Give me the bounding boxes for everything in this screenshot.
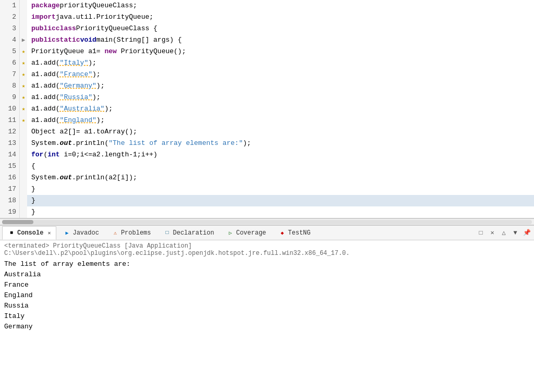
line-number-15: 15 [0,161,20,172]
tab-console[interactable]: ■Console✕ [2,226,56,240]
line-gutter-5: ★ [20,46,27,57]
code-line-3: 3public class PriorityQueueClass { [0,23,534,34]
line-number-13: 13 [0,138,20,149]
line-number-2: 2 [0,11,20,23]
code-content-14: for(int i=0;i<=a2.length-1;i++) [27,149,534,161]
code-line-11: 11★ a1.add("England"); [0,115,534,126]
line-number-16: 16 [0,172,20,183]
console-line: Italy [4,311,530,322]
code-content-12: Object a2[]= a1.toArray(); [27,126,534,138]
code-line-18: 18 } [0,195,534,206]
maximize-panel-button[interactable]: △ [499,228,509,238]
pin-button[interactable]: 📌 [521,228,532,238]
declaration-tab-icon: □ [163,229,171,237]
tab-javadoc[interactable]: ▶Javadoc [57,226,104,240]
line-number-4: 4 [0,34,20,46]
bookmark-icon: ★ [22,69,26,80]
code-content-16: System.out.println(a2[i]); [27,172,534,183]
code-line-16: 16 System.out.println(a2[i]); [0,172,534,183]
code-content-4: public static void main(String[] args) { [27,34,534,46]
code-line-9: 9★ a1.add("Russia"); [0,92,534,103]
console-tab-close[interactable]: ✕ [47,230,51,236]
testng-tab-label: TestNG [288,229,310,237]
code-line-13: 13 System.out.println("The list of array… [0,138,534,149]
console-line: The list of array elements are: [4,259,530,270]
line-number-18: 18 [0,195,20,206]
console-line: France [4,280,530,290]
line-gutter-6: ★ [20,57,27,69]
tab-testng[interactable]: ◆TestNG [273,226,316,240]
line-number-17: 17 [0,183,20,195]
line-gutter-16 [20,172,27,183]
problems-tab-icon: ⚠ [112,229,119,237]
code-line-2: 2import java.util.PriorityQueue; [0,11,534,23]
scrollbar-track[interactable] [2,220,532,224]
code-editor[interactable]: 1package priorityQueueClass;2import java… [0,0,534,218]
tab-problems[interactable]: ⚠Problems [106,226,157,240]
line-number-19: 19 [0,206,20,218]
code-line-7: 7★ a1.add("France"); [0,69,534,80]
tab-declaration[interactable]: □Declaration [157,226,220,240]
line-gutter-10: ★ [20,103,27,115]
fold-icon[interactable]: ▶ [22,34,26,46]
line-number-10: 10 [0,103,20,115]
line-gutter-18 [20,195,27,206]
code-content-9: a1.add("Russia"); [27,92,534,103]
terminated-line: <terminated> PriorityQueueClass [Java Ap… [4,242,530,257]
line-number-6: 6 [0,57,20,69]
line-number-1: 1 [0,0,20,11]
console-line: Germany [4,322,530,332]
line-number-11: 11 [0,115,20,126]
panel-tab-bar: ■Console✕▶Javadoc⚠Problems□Declaration▷C… [0,226,534,240]
line-gutter-8: ★ [20,80,27,92]
javadoc-tab-icon: ▶ [63,229,70,237]
javadoc-tab-label: Javadoc [72,229,99,237]
code-content-11: a1.add("England"); [27,115,534,126]
bookmark-icon: ★ [22,115,26,126]
code-line-12: 12 Object a2[]= a1.toArray(); [0,126,534,138]
panel-tabs-list: ■Console✕▶Javadoc⚠Problems□Declaration▷C… [2,226,318,240]
problems-tab-label: Problems [121,229,151,237]
console-tab-label: Console [17,229,43,237]
minimize-panel-button[interactable]: □ [476,228,486,238]
line-gutter-1 [20,0,27,11]
code-content-18: } [27,195,534,206]
line-number-3: 3 [0,23,20,34]
tab-coverage[interactable]: ▷Coverage [221,226,272,240]
console-line: Australia [4,270,530,280]
line-gutter-19 [20,206,27,218]
line-gutter-2 [20,11,27,23]
code-content-15: { [27,161,534,172]
code-line-8: 8★ a1.add("Germany"); [0,80,534,92]
coverage-tab-icon: ▷ [227,229,234,237]
coverage-tab-label: Coverage [236,229,266,237]
declaration-tab-label: Declaration [173,229,214,237]
bookmark-icon: ★ [22,57,26,69]
line-number-12: 12 [0,126,20,138]
view-menu-button[interactable]: ▼ [510,228,520,238]
line-number-9: 9 [0,92,20,103]
code-content-19: } [27,206,534,218]
bookmark-icon: ★ [22,103,26,115]
code-line-15: 15 { [0,161,534,172]
line-gutter-3 [20,23,27,34]
code-content-5: PriorityQueue a1= new PriorityQueue(); [27,46,534,57]
panel-tab-actions: □ ✕ △ ▼ 📌 [476,228,532,238]
close-panel-button[interactable]: ✕ [487,228,497,238]
horizontal-scrollbar[interactable] [0,218,534,225]
line-gutter-4: ▶ [20,34,27,46]
line-number-8: 8 [0,80,20,92]
testng-tab-icon: ◆ [278,229,286,237]
bookmark-icon: ★ [22,46,26,57]
code-content-2: import java.util.PriorityQueue; [27,11,534,23]
code-content-6: a1.add("Italy"); [27,57,534,69]
console-line: England [4,290,530,301]
console-tab-icon: ■ [8,229,15,237]
code-line-17: 17 } [0,183,534,195]
line-gutter-14 [20,149,27,161]
scrollbar-thumb[interactable] [2,220,33,224]
code-line-19: 19} [0,206,534,218]
code-line-5: 5★ PriorityQueue a1= new PriorityQueue()… [0,46,534,57]
bottom-panel: ■Console✕▶Javadoc⚠Problems□Declaration▷C… [0,225,534,392]
console-line: Russia [4,301,530,311]
